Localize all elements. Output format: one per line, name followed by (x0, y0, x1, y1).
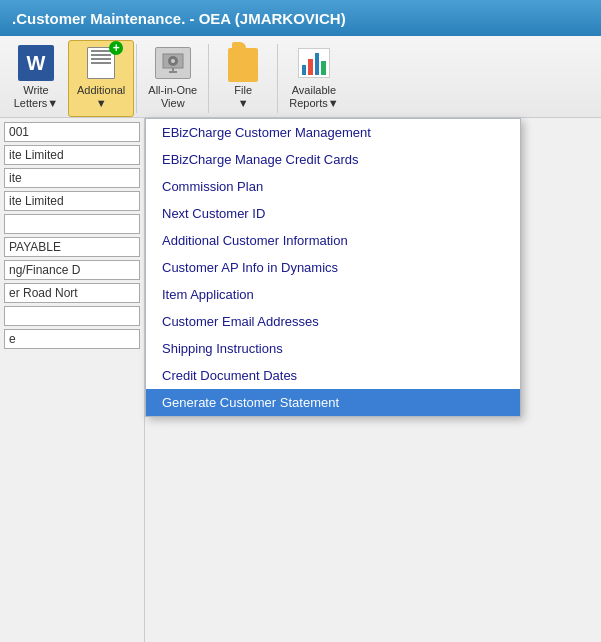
form-row-7: ng/Finance D (4, 260, 140, 280)
menu-item-customer-email[interactable]: Customer Email Addresses (146, 308, 520, 335)
divider-3 (277, 44, 278, 113)
left-panel: 001 ite Limited ite ite Limited PAYABLE … (0, 118, 145, 642)
file-label: File▼ (234, 84, 252, 110)
reports-icon (294, 45, 334, 82)
field-road[interactable]: er Road Nort (4, 283, 140, 303)
title-bar: .Customer Maintenance. - OEA (JMARKOVICH… (0, 0, 601, 36)
form-row-6: PAYABLE (4, 237, 140, 257)
additional-button[interactable]: + Additional▼ (68, 40, 134, 117)
additional-icon: + (81, 45, 121, 82)
file-button[interactable]: File▼ (211, 40, 275, 117)
field-empty-1[interactable] (4, 214, 140, 234)
form-row-9 (4, 306, 140, 326)
content-area: 001 ite Limited ite ite Limited PAYABLE … (0, 118, 601, 642)
form-row-5 (4, 214, 140, 234)
field-payable[interactable]: PAYABLE (4, 237, 140, 257)
field-ite[interactable]: ite (4, 168, 140, 188)
toolbar: W WriteLetters▼ + Additional▼ (0, 36, 601, 118)
file-icon (223, 42, 263, 82)
allinone-icon (153, 45, 193, 82)
menu-item-generate-statement[interactable]: Generate Customer Statement (146, 389, 520, 416)
menu-item-additional-info[interactable]: Additional Customer Information (146, 227, 520, 254)
form-row-4: ite Limited (4, 191, 140, 211)
divider-2 (208, 44, 209, 113)
additional-label: Additional▼ (77, 84, 125, 110)
form-row-2: ite Limited (4, 145, 140, 165)
field-e[interactable]: e (4, 329, 140, 349)
additional-dropdown-menu: EBizCharge Customer Management EBizCharg… (145, 118, 521, 417)
menu-item-next-customer[interactable]: Next Customer ID (146, 200, 520, 227)
reports-label: AvailableReports▼ (289, 84, 338, 110)
menu-item-ebiz-customer[interactable]: EBizCharge Customer Management (146, 119, 520, 146)
form-row-3: ite (4, 168, 140, 188)
allinone-svg (162, 53, 184, 73)
menu-item-commission[interactable]: Commission Plan (146, 173, 520, 200)
field-ite-limited-1[interactable]: ite Limited (4, 145, 140, 165)
menu-item-ebiz-credit[interactable]: EBizCharge Manage Credit Cards (146, 146, 520, 173)
word-icon: W (16, 45, 56, 82)
form-row-10: e (4, 329, 140, 349)
write-letters-label: WriteLetters▼ (14, 84, 59, 110)
allinone-label: All-in-OneView (148, 84, 197, 110)
write-letters-button[interactable]: W WriteLetters▼ (4, 40, 68, 117)
field-finance[interactable]: ng/Finance D (4, 260, 140, 280)
field-ite-limited-2[interactable]: ite Limited (4, 191, 140, 211)
divider-1 (136, 44, 137, 113)
form-row-8: er Road Nort (4, 283, 140, 303)
menu-item-credit-doc[interactable]: Credit Document Dates (146, 362, 520, 389)
form-row-1: 001 (4, 122, 140, 142)
available-reports-button[interactable]: AvailableReports▼ (280, 40, 347, 117)
title-text: .Customer Maintenance. - OEA (JMARKOVICH… (12, 10, 346, 27)
all-in-one-button[interactable]: All-in-OneView (139, 40, 206, 117)
menu-item-item-app[interactable]: Item Application (146, 281, 520, 308)
svg-point-2 (171, 59, 175, 63)
menu-item-shipping[interactable]: Shipping Instructions (146, 335, 520, 362)
field-empty-2[interactable] (4, 306, 140, 326)
menu-item-customer-ap[interactable]: Customer AP Info in Dynamics (146, 254, 520, 281)
field-001[interactable]: 001 (4, 122, 140, 142)
